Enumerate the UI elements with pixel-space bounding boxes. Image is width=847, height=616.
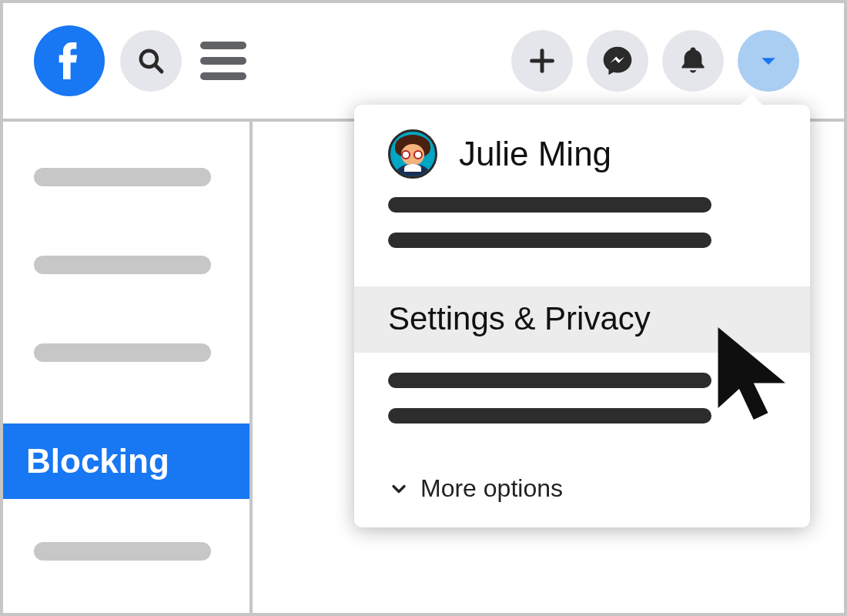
sidebar-item[interactable] bbox=[34, 542, 211, 561]
sidebar-item[interactable] bbox=[34, 168, 211, 186]
sidebar-item[interactable] bbox=[34, 256, 211, 274]
user-avatar bbox=[388, 129, 437, 179]
messenger-button[interactable] bbox=[587, 30, 648, 92]
svg-line-1 bbox=[156, 65, 162, 72]
account-menu-button[interactable] bbox=[738, 30, 799, 92]
hamburger-line bbox=[200, 57, 246, 65]
hamburger-menu-button[interactable] bbox=[200, 42, 246, 80]
sidebar-item[interactable] bbox=[34, 343, 211, 362]
search-icon bbox=[135, 45, 167, 77]
dropdown-more-options[interactable]: More options bbox=[354, 462, 810, 512]
profile-name: Julie Ming bbox=[459, 135, 611, 173]
messenger-icon bbox=[601, 44, 634, 78]
account-dropdown-menu: Julie Ming Settings & Privacy More optio… bbox=[354, 105, 810, 527]
hamburger-line bbox=[200, 42, 246, 49]
create-button[interactable] bbox=[511, 30, 573, 92]
settings-sidebar: Blocking bbox=[3, 119, 253, 613]
chevron-down-icon bbox=[388, 478, 410, 500]
dropdown-item[interactable] bbox=[388, 233, 711, 248]
settings-privacy-label: Settings & Privacy bbox=[388, 300, 651, 336]
facebook-f-icon bbox=[45, 36, 94, 85]
facebook-logo[interactable] bbox=[34, 25, 105, 96]
dropdown-item[interactable] bbox=[388, 408, 711, 424]
bell-icon bbox=[677, 45, 709, 77]
dropdown-item-settings-privacy[interactable]: Settings & Privacy bbox=[354, 286, 810, 353]
dropdown-item[interactable] bbox=[388, 373, 711, 388]
hamburger-line bbox=[200, 72, 246, 80]
sidebar-active-label: Blocking bbox=[26, 442, 169, 480]
dropdown-profile-row[interactable]: Julie Ming bbox=[354, 126, 810, 197]
caret-down-icon bbox=[757, 49, 780, 72]
dropdown-item[interactable] bbox=[388, 197, 711, 213]
notifications-button[interactable] bbox=[662, 30, 724, 92]
more-options-label: More options bbox=[420, 474, 563, 503]
sidebar-item-blocking[interactable]: Blocking bbox=[3, 424, 249, 499]
search-button[interactable] bbox=[120, 30, 182, 92]
top-navigation-bar bbox=[3, 3, 844, 119]
plus-icon bbox=[527, 45, 557, 76]
